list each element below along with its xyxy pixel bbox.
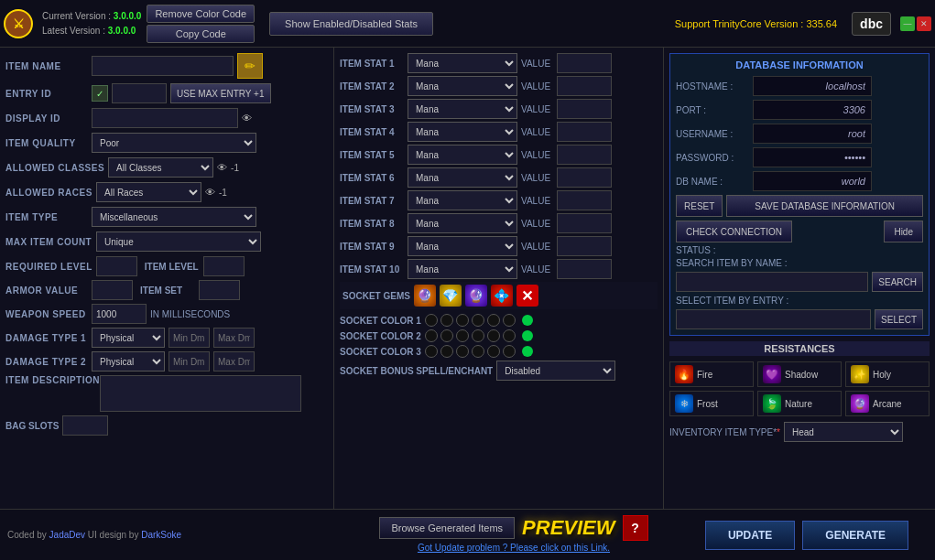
item-set-input[interactable] (199, 280, 240, 300)
item-description-input[interactable] (100, 375, 301, 412)
reset-button[interactable]: RESET (676, 195, 723, 217)
socket-gem-3-icon[interactable]: 🔮 (465, 285, 487, 307)
resistance-arcane-item[interactable]: 🔮 Arcane (845, 391, 930, 416)
stat-3-value-input[interactable] (557, 99, 612, 119)
armor-value-input[interactable] (92, 280, 133, 300)
hostname-input[interactable] (753, 76, 872, 96)
socket-1-circle-2[interactable] (440, 314, 453, 327)
max-item-count-select[interactable]: Unique (96, 232, 261, 252)
stat-8-value-input[interactable] (557, 213, 612, 233)
update-button[interactable]: UPDATE (705, 521, 795, 550)
stat-7-select[interactable]: Mana (408, 190, 517, 210)
footer-link[interactable]: Got Update problem ? Please click on thi… (416, 541, 612, 555)
resistance-holy-item[interactable]: ✨ Holy (845, 361, 930, 387)
socket-3-circle-3[interactable] (456, 345, 469, 358)
entry-id-check-button[interactable]: ✓ (92, 85, 108, 102)
search-name-input[interactable] (676, 272, 868, 292)
stat-5-select[interactable]: Mana (408, 145, 517, 165)
password-input[interactable] (753, 147, 872, 167)
show-stats-button[interactable]: Show Enabled/Disabled Stats (269, 12, 433, 36)
remove-color-code-button[interactable]: Remove Color Code (147, 5, 255, 23)
check-connection-button[interactable]: CHECK CONNECTION (676, 221, 792, 242)
stat-4-select[interactable]: Mana (408, 122, 517, 142)
item-name-input[interactable] (92, 56, 234, 76)
socket-1-circle-4[interactable] (472, 314, 484, 327)
min-dmg-2-input[interactable] (169, 351, 210, 372)
socket-gem-1-icon[interactable]: 🔮 (414, 285, 436, 307)
browse-generated-button[interactable]: Browse Generated Items (379, 517, 515, 539)
stat-3-select[interactable]: Mana (408, 99, 517, 119)
resistance-frost-item[interactable]: ❄ Frost (669, 391, 754, 416)
max-dmg-1-input[interactable] (213, 328, 255, 348)
socket-3-circle-4[interactable] (472, 345, 484, 358)
socket-bonus-select[interactable]: Disabled (496, 361, 615, 381)
display-id-eye-icon[interactable]: 👁 (242, 113, 252, 124)
hide-button[interactable]: Hide (884, 221, 923, 242)
socket-2-circle-2[interactable] (440, 329, 453, 342)
inventory-type-select[interactable]: Head (784, 422, 903, 442)
allowed-races-eye-icon[interactable]: 👁 (205, 187, 215, 198)
stat-5-value-input[interactable] (557, 145, 612, 165)
close-button[interactable]: ✕ (917, 16, 931, 31)
edit-item-name-button[interactable]: ✏ (237, 53, 263, 79)
darksoke-link[interactable]: DarkSoke (141, 530, 181, 540)
max-dmg-2-input[interactable] (213, 351, 255, 372)
socket-clear-icon[interactable]: ✕ (516, 285, 538, 307)
stat-6-select[interactable]: Mana (408, 167, 517, 188)
socket-1-circle-6[interactable] (503, 314, 516, 327)
jadadev-link[interactable]: JadaDev (49, 530, 85, 540)
socket-2-circle-5[interactable] (487, 329, 500, 342)
socket-1-circle-3[interactable] (456, 314, 469, 327)
stat-9-value-input[interactable] (557, 236, 612, 256)
stat-4-value-input[interactable] (557, 122, 612, 142)
stat-2-select[interactable]: Mana (408, 76, 517, 96)
socket-gem-4-icon[interactable]: 💠 (491, 285, 513, 307)
stat-1-select[interactable]: Mana (408, 53, 517, 73)
preview-help-button[interactable]: ? (623, 515, 648, 541)
username-input[interactable] (753, 124, 872, 144)
copy-code-button[interactable]: Copy Code (147, 25, 255, 43)
save-db-button[interactable]: SAVE DATABASE INFORMATION (726, 195, 923, 217)
dbname-input[interactable] (753, 171, 872, 191)
stat-2-value-input[interactable] (557, 76, 612, 96)
socket-2-circle-3[interactable] (456, 329, 469, 342)
select-button[interactable]: SELECT (875, 309, 923, 329)
item-level-input[interactable] (203, 256, 245, 276)
stat-1-value-input[interactable] (557, 53, 612, 73)
resistance-nature-item[interactable]: 🍃 Nature (757, 391, 842, 416)
stat-7-value-input[interactable] (557, 190, 612, 210)
port-input[interactable] (753, 100, 872, 120)
resistance-fire-item[interactable]: 🔥 Fire (669, 361, 754, 387)
socket-3-circle-5[interactable] (487, 345, 500, 358)
allowed-classes-select[interactable]: All Classes (108, 157, 213, 178)
item-type-select[interactable]: Miscellaneous (92, 207, 256, 227)
bag-slots-input[interactable] (62, 415, 108, 436)
socket-3-circle-1[interactable] (425, 345, 438, 358)
socket-3-circle-2[interactable] (440, 345, 453, 358)
socket-2-circle-4[interactable] (472, 329, 484, 342)
min-dmg-1-input[interactable] (169, 328, 210, 348)
socket-1-circle-5[interactable] (487, 314, 500, 327)
item-quality-select[interactable]: Poor (92, 133, 256, 153)
socket-1-circle-1[interactable] (425, 314, 438, 327)
stat-10-select[interactable]: Mana (408, 259, 517, 279)
display-id-input[interactable] (92, 108, 238, 128)
damage-type-1-select[interactable]: Physical (92, 328, 165, 348)
entry-id-input[interactable] (112, 83, 167, 103)
weapon-speed-input[interactable] (92, 304, 147, 324)
required-level-input[interactable] (96, 256, 137, 276)
allowed-races-select[interactable]: All Races (96, 182, 201, 202)
search-button[interactable]: SEARCH (872, 272, 923, 292)
socket-gem-2-icon[interactable]: 💎 (440, 285, 462, 307)
stat-9-select[interactable]: Mana (408, 236, 517, 256)
socket-2-circle-6[interactable] (503, 329, 516, 342)
socket-3-circle-6[interactable] (503, 345, 516, 358)
stat-10-value-input[interactable] (557, 259, 612, 279)
stat-8-select[interactable]: Mana (408, 213, 517, 233)
stat-6-value-input[interactable] (557, 167, 612, 188)
generate-button[interactable]: GENERATE (802, 521, 908, 550)
minimize-button[interactable]: — (900, 16, 915, 31)
socket-2-circle-1[interactable] (425, 329, 438, 342)
damage-type-2-select[interactable]: Physical (92, 351, 165, 372)
allowed-classes-eye-icon[interactable]: 👁 (217, 162, 227, 173)
